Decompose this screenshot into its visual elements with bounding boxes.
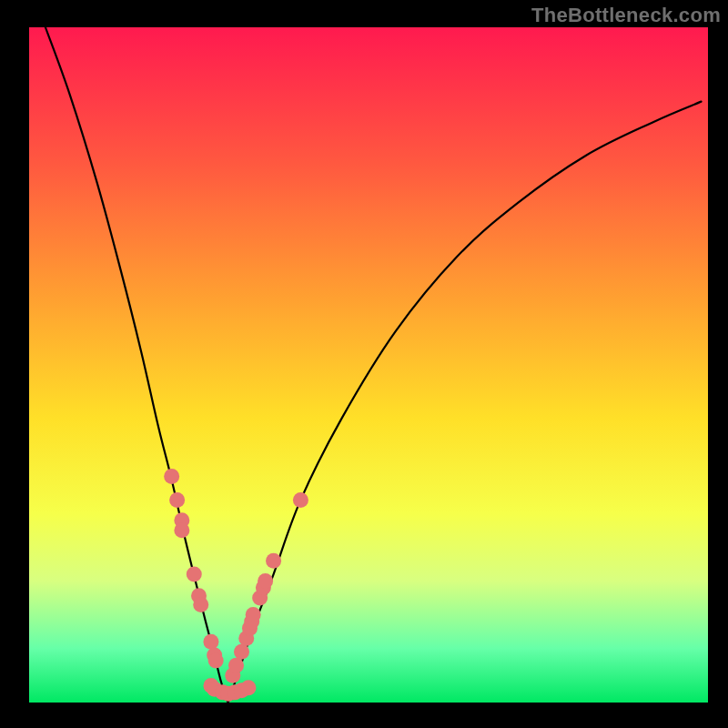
marker-dot xyxy=(228,658,244,673)
watermark-label: TheBottleneck.com xyxy=(531,4,721,27)
chart-svg xyxy=(29,27,708,703)
marker-dot xyxy=(164,469,179,484)
marker-dot xyxy=(203,634,218,650)
marker-dot xyxy=(193,597,208,612)
marker-dot xyxy=(174,522,189,538)
marker-dot xyxy=(208,652,224,668)
bottleneck-curve xyxy=(46,27,702,703)
chart-frame: TheBottleneck.com xyxy=(0,0,728,728)
marker-dot xyxy=(246,607,261,622)
marker-dot xyxy=(240,680,256,695)
marker-dot xyxy=(266,553,281,569)
plot-area xyxy=(29,27,708,703)
marker-cluster xyxy=(164,469,308,702)
marker-dot xyxy=(258,573,273,589)
marker-dot xyxy=(169,492,185,508)
marker-dot xyxy=(293,492,308,508)
marker-dot xyxy=(187,567,202,582)
curve-right-branch xyxy=(228,102,702,703)
marker-dot xyxy=(234,644,249,660)
